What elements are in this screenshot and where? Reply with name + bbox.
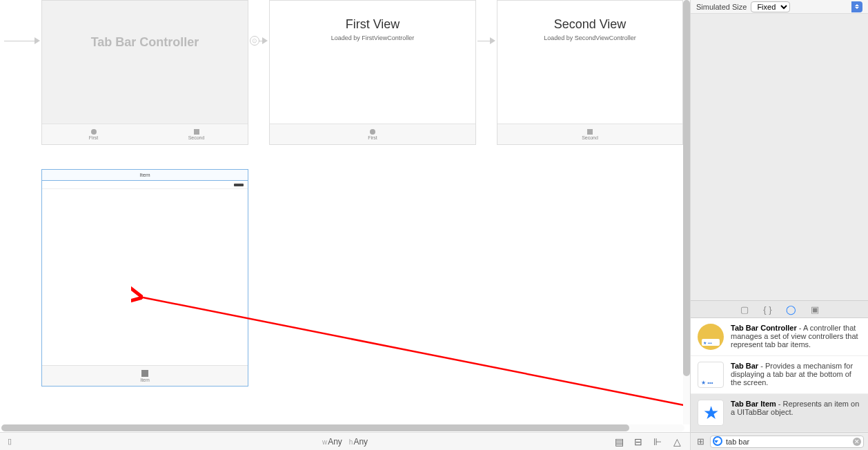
scene-title: Second View: [497, 17, 682, 32]
code-snippet-icon[interactable]: { }: [762, 304, 773, 315]
simulated-size-select[interactable]: Fixed: [751, 1, 790, 12]
chevron-updown-icon: [851, 1, 862, 12]
tab-bar: First Second: [42, 124, 248, 144]
vertical-scrollbar[interactable]: [683, 0, 690, 424]
scene-subtitle: Loaded by SecondViewController: [497, 35, 682, 41]
tab-bar-item-icon: ★: [698, 400, 724, 426]
tab-item-item[interactable]: Item: [124, 366, 166, 386]
scene-new-item[interactable]: Item Item: [41, 169, 248, 387]
lib-item-tab-bar[interactable]: Tab Bar - Provides a mechanism for displ…: [691, 356, 868, 394]
library-tabs: ▢ { } ◯ ▣: [691, 300, 868, 318]
scene-second-view[interactable]: Second View Loaded by SecondViewControll…: [497, 0, 683, 145]
object-library-icon[interactable]: ◯: [786, 304, 797, 315]
canvas-bottom-bar: ▯ wAny hAny ▤ ⊟ ⊩ △: [0, 432, 690, 450]
tab-item-first: First: [352, 124, 393, 144]
initial-vc-arrow: [4, 34, 40, 48]
scene-first-view[interactable]: First View Loaded by FirstViewController…: [269, 0, 476, 145]
scrollbar-thumb[interactable]: [1, 424, 629, 431]
scene-tab-bar-controller[interactable]: Tab Bar Controller First Second: [41, 0, 248, 145]
tab-bar-icon: [698, 362, 724, 388]
library-filter-bar: ⊞ ✕: [691, 432, 868, 450]
w-val: Any: [328, 437, 342, 447]
align-icon[interactable]: ⊟: [632, 436, 644, 448]
tab-bar-controller-icon: [698, 324, 724, 350]
tab-label: Second: [582, 135, 598, 140]
tab-item-first: First: [42, 124, 145, 144]
h-val: Any: [353, 437, 368, 447]
simulated-size-row: Simulated Size Fixed: [691, 0, 868, 14]
segue-to-second[interactable]: [477, 34, 495, 48]
inspector-body: [691, 14, 868, 300]
tab-item-second: Second: [145, 124, 248, 144]
lib-item-tab-bar-item[interactable]: ★ Tab Bar Item - Represents an item on a…: [691, 394, 868, 432]
scene-titlebar[interactable]: Item: [42, 170, 248, 181]
status-bar: [42, 181, 248, 189]
scene-title: Tab Bar Controller: [42, 35, 248, 50]
interface-builder-canvas[interactable]: Tab Bar Controller First Second ⊙ First …: [0, 0, 690, 450]
size-class-indicator[interactable]: wAny hAny: [0, 437, 690, 447]
stack-icon[interactable]: ▤: [613, 436, 625, 448]
lib-item-tab-bar-controller[interactable]: Tab Bar Controller - A controller that m…: [691, 318, 868, 356]
inspector-panel: Simulated Size Fixed ▢ { } ◯ ▣ Tab Bar C…: [690, 0, 868, 450]
pin-icon[interactable]: ⊩: [651, 436, 664, 448]
square-icon: [587, 129, 593, 135]
tab-label: First: [89, 135, 99, 140]
search-icon: [713, 436, 722, 446]
circle-icon: [91, 129, 97, 135]
horizontal-scrollbar[interactable]: [1, 424, 684, 431]
square-icon: [141, 370, 148, 377]
lib-item-name: Tab Bar Item: [731, 400, 776, 408]
tab-label: Item: [140, 378, 150, 382]
file-template-icon[interactable]: ▢: [739, 304, 750, 315]
scene-subtitle: Loaded by FirstViewController: [270, 35, 475, 41]
tab-label: First: [368, 135, 377, 140]
lib-item-name: Tab Bar: [731, 362, 758, 370]
tab-bar: Second: [497, 124, 682, 144]
clear-icon[interactable]: ✕: [853, 438, 861, 446]
simulated-size-label: Simulated Size: [696, 3, 747, 11]
h-prefix: h: [349, 438, 353, 446]
tab-item-second: Second: [569, 124, 611, 144]
tab-bar[interactable]: Item: [42, 365, 248, 386]
square-icon: [194, 129, 199, 135]
scene-title: First View: [270, 17, 475, 32]
resolve-issues-icon[interactable]: △: [671, 436, 683, 448]
segue-to-first[interactable]: ⊙: [250, 34, 268, 48]
library-filter-input[interactable]: [710, 436, 864, 448]
w-prefix: w: [322, 438, 327, 446]
object-library-list[interactable]: Tab Bar Controller - A controller that m…: [691, 318, 868, 432]
grid-view-icon[interactable]: ⊞: [695, 436, 706, 447]
lib-item-name: Tab Bar Controller: [731, 324, 797, 332]
circle-icon: [370, 129, 375, 135]
tab-label: Second: [188, 135, 205, 140]
tab-bar: First: [270, 124, 475, 144]
document-outline-toggle-icon[interactable]: ▯: [0, 437, 19, 446]
scrollbar-thumb[interactable]: [683, 0, 690, 376]
media-library-icon[interactable]: ▣: [809, 304, 820, 315]
